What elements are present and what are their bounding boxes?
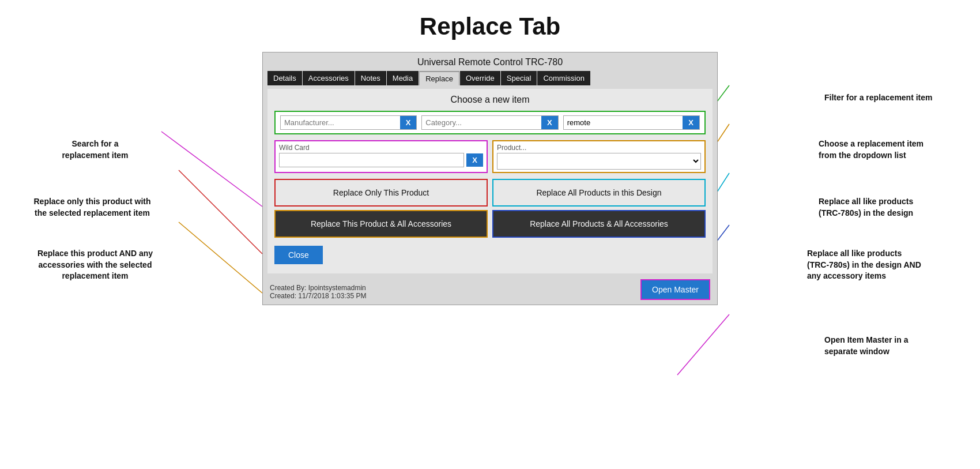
manufacturer-input[interactable] [281,116,400,129]
dialog-panel: Choose a new item X X [267,89,713,273]
category-field: X [421,115,558,130]
created-by: Created By: Ipointsystemadmin [270,284,366,292]
replace-all-design-annotation: Replace all like products (TRC-780s) in … [819,196,968,219]
dialog-product-title: Universal Remote Control TRC-780 [263,52,717,71]
button-rows: Replace Only This Product Replace This P… [274,179,706,238]
dialog-footer: Created By: Ipointsystemadmin Created: 1… [263,277,717,305]
search-annotation: Search for a replacement item [29,138,161,161]
left-btn-col: Replace Only This Product Replace This P… [274,179,488,238]
replace-all-accessories-button[interactable]: Replace All Products & All Accessories [492,210,706,238]
tab-accessories[interactable]: Accessories [303,71,355,85]
replace-this-accessories-button[interactable]: Replace This Product & All Accessories [274,210,488,238]
page-title: Replace Tab [0,0,980,46]
panel-header: Choose a new item [274,95,706,105]
tabs-bar: Details Accessories Notes Media Replace … [263,71,717,85]
type-input[interactable] [564,116,683,129]
category-clear-button[interactable]: X [541,116,558,129]
close-button[interactable]: Close [274,246,323,264]
replace-all-accessories-annotation: Replace all like products (TRC-780s) in … [807,248,968,282]
tab-details[interactable]: Details [267,71,302,85]
search-row: Wild Card X Product... [274,140,706,173]
type-field: X [563,115,700,130]
replace-all-design-button[interactable]: Replace All Products in this Design [492,179,706,207]
category-input[interactable] [422,116,541,129]
product-dropdown-label: Product... [497,144,701,152]
created-date: Created: 11/7/2018 1:03:35 PM [270,292,366,300]
wildcard-clear-button[interactable]: X [466,153,483,167]
tab-special[interactable]: Special [501,71,537,85]
replace-accessories-annotation: Replace this product AND any accessories… [17,248,173,282]
tab-notes[interactable]: Notes [355,71,386,85]
product-dropdown-box: Product... [492,140,706,173]
manufacturer-field: X [280,115,417,130]
tab-replace[interactable]: Replace [419,71,459,85]
wildcard-box: Wild Card X [274,140,488,173]
wildcard-label: Wild Card [279,144,483,152]
product-dropdown[interactable] [497,153,701,170]
dialog: Universal Remote Control TRC-780 Details… [262,52,718,305]
open-master-button[interactable]: Open Master [640,279,710,300]
tab-media[interactable]: Media [387,71,419,85]
right-btn-col: Replace All Products in this Design Repl… [492,179,706,238]
filter-row: X X X [274,111,706,134]
svg-line-7 [677,314,729,375]
replace-only-this-button[interactable]: Replace Only This Product [274,179,488,207]
type-clear-button[interactable]: X [683,116,699,129]
tab-commission[interactable]: Commission [537,71,590,85]
manufacturer-clear-button[interactable]: X [400,116,417,129]
tab-override[interactable]: Override [460,71,500,85]
open-master-annotation: Open Item Master in a separate window [824,335,968,357]
replace-only-annotation: Replace only this product with the selec… [17,196,167,219]
wildcard-input[interactable] [279,153,464,167]
filter-annotation: Filter for a replacement item [824,92,968,104]
choose-dropdown-annotation: Choose a replacement item from the dropd… [819,138,968,161]
